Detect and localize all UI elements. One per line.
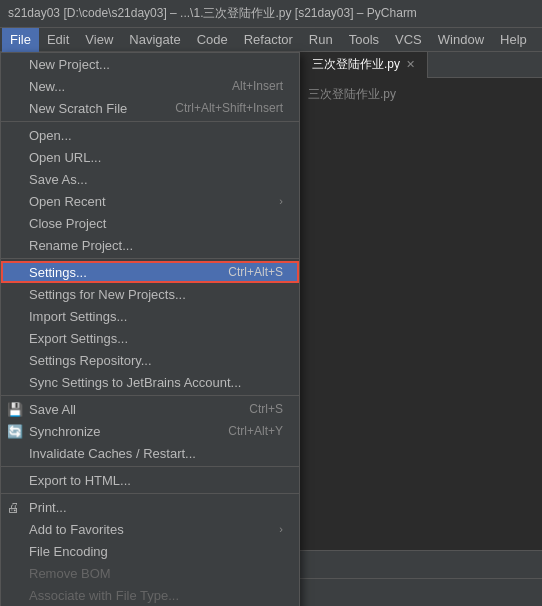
separator-1: [1, 121, 299, 122]
menu-save-all-label: Save All: [29, 402, 76, 417]
menu-associate-file-type: Associate with File Type...: [1, 584, 299, 606]
menu-vcs[interactable]: VCS: [387, 28, 430, 52]
menu-add-to-favorites[interactable]: Add to Favorites ›: [1, 518, 299, 540]
menu-new-shortcut: Alt+Insert: [232, 79, 283, 93]
title-bar: s21day03 [D:\code\s21day03] – ...\1.三次登陆…: [0, 0, 542, 28]
menu-new-project[interactable]: New Project...: [1, 53, 299, 75]
menu-bar: File Edit View Navigate Code Refactor Ru…: [0, 28, 542, 52]
menu-settings-label: Settings...: [29, 265, 87, 280]
menu-import-settings-label: Import Settings...: [29, 309, 127, 324]
separator-5: [1, 493, 299, 494]
menu-settings-new-projects-label: Settings for New Projects...: [29, 287, 186, 302]
editor-hint-text: 三次登陆作业.py: [308, 87, 396, 101]
menu-edit[interactable]: Edit: [39, 28, 77, 52]
add-favorites-arrow: ›: [279, 523, 283, 535]
menu-settings-repository[interactable]: Settings Repository...: [1, 349, 299, 371]
menu-save-all[interactable]: 💾 Save All Ctrl+S: [1, 398, 299, 420]
menu-new-scratch-file[interactable]: New Scratch File Ctrl+Alt+Shift+Insert: [1, 97, 299, 119]
menu-navigate[interactable]: Navigate: [121, 28, 188, 52]
menu-new[interactable]: New... Alt+Insert: [1, 75, 299, 97]
menu-synchronize[interactable]: 🔄 Synchronize Ctrl+Alt+Y: [1, 420, 299, 442]
menu-new-scratch-shortcut: Ctrl+Alt+Shift+Insert: [175, 101, 283, 115]
editor-content: 三次登陆作业.py: [300, 78, 542, 111]
menu-code[interactable]: Code: [189, 28, 236, 52]
menu-file-encoding[interactable]: File Encoding: [1, 540, 299, 562]
tab-label: 三次登陆作业.py: [312, 56, 400, 73]
menu-close-project-label: Close Project: [29, 216, 106, 231]
menu-invalidate-caches-label: Invalidate Caches / Restart...: [29, 446, 196, 461]
menu-open-recent-label: Open Recent: [29, 194, 106, 209]
menu-remove-bom-label: Remove BOM: [29, 566, 111, 581]
menu-open-label: Open...: [29, 128, 72, 143]
menu-synchronize-shortcut: Ctrl+Alt+Y: [228, 424, 283, 438]
menu-remove-bom: Remove BOM: [1, 562, 299, 584]
menu-open-url-label: Open URL...: [29, 150, 101, 165]
menu-add-to-favorites-label: Add to Favorites: [29, 522, 124, 537]
menu-file[interactable]: File: [2, 28, 39, 52]
separator-4: [1, 466, 299, 467]
menu-rename-project[interactable]: Rename Project...: [1, 234, 299, 256]
menu-run[interactable]: Run: [301, 28, 341, 52]
menu-settings-new-projects[interactable]: Settings for New Projects...: [1, 283, 299, 305]
menu-export-settings-label: Export Settings...: [29, 331, 128, 346]
menu-new-scratch-file-label: New Scratch File: [29, 101, 127, 116]
menu-sync-settings[interactable]: Sync Settings to JetBrains Account...: [1, 371, 299, 393]
menu-refactor[interactable]: Refactor: [236, 28, 301, 52]
menu-synchronize-label: Synchronize: [29, 424, 101, 439]
menu-associate-file-type-label: Associate with File Type...: [29, 588, 179, 603]
print-icon: 🖨: [7, 500, 20, 515]
title-text: s21day03 [D:\code\s21day03] – ...\1.三次登陆…: [8, 5, 417, 22]
menu-settings-shortcut: Ctrl+Alt+S: [228, 265, 283, 279]
menu-print-label: Print...: [29, 500, 67, 515]
separator-3: [1, 395, 299, 396]
menu-sync-settings-label: Sync Settings to JetBrains Account...: [29, 375, 241, 390]
menu-export-html-label: Export to HTML...: [29, 473, 131, 488]
tab-close-button[interactable]: ✕: [406, 58, 415, 71]
menu-invalidate-caches[interactable]: Invalidate Caches / Restart...: [1, 442, 299, 464]
menu-export-settings[interactable]: Export Settings...: [1, 327, 299, 349]
menu-settings[interactable]: Settings... Ctrl+Alt+S: [1, 261, 299, 283]
menu-export-html[interactable]: Export to HTML...: [1, 469, 299, 491]
menu-save-as[interactable]: Save As...: [1, 168, 299, 190]
open-recent-arrow: ›: [279, 195, 283, 207]
separator-2: [1, 258, 299, 259]
menu-settings-repository-label: Settings Repository...: [29, 353, 152, 368]
tab-bar: 三次登陆作业.py ✕: [300, 52, 542, 78]
menu-window[interactable]: Window: [430, 28, 492, 52]
menu-new-label: New...: [29, 79, 65, 94]
main-area: New Project... New... Alt+Insert New Scr…: [0, 52, 542, 550]
menu-open[interactable]: Open...: [1, 124, 299, 146]
menu-close-project[interactable]: Close Project: [1, 212, 299, 234]
menu-save-all-shortcut: Ctrl+S: [249, 402, 283, 416]
menu-import-settings[interactable]: Import Settings...: [1, 305, 299, 327]
file-menu-dropdown: New Project... New... Alt+Insert New Scr…: [0, 52, 300, 606]
menu-save-as-label: Save As...: [29, 172, 88, 187]
menu-tools[interactable]: Tools: [341, 28, 387, 52]
menu-file-encoding-label: File Encoding: [29, 544, 108, 559]
editor-tab[interactable]: 三次登陆作业.py ✕: [300, 52, 428, 78]
menu-rename-project-label: Rename Project...: [29, 238, 133, 253]
menu-print[interactable]: 🖨 Print...: [1, 496, 299, 518]
menu-view[interactable]: View: [77, 28, 121, 52]
save-icon: 💾: [7, 402, 23, 417]
menu-open-recent[interactable]: Open Recent ›: [1, 190, 299, 212]
editor-area: 三次登陆作业.py ✕ 三次登陆作业.py: [300, 52, 542, 550]
sync-icon: 🔄: [7, 424, 23, 439]
menu-new-project-label: New Project...: [29, 57, 110, 72]
menu-open-url[interactable]: Open URL...: [1, 146, 299, 168]
menu-help[interactable]: Help: [492, 28, 535, 52]
